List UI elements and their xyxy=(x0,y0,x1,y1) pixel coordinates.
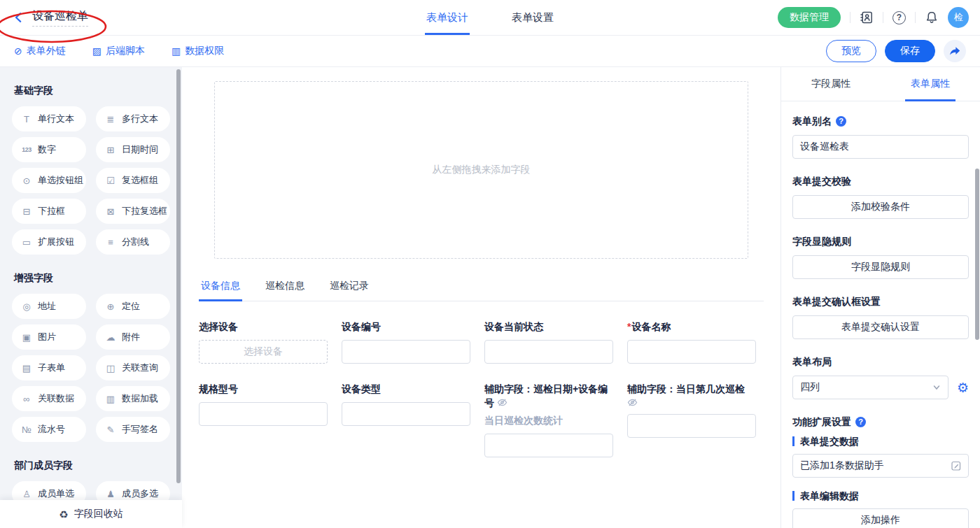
field-item-radio-group[interactable]: ⊙单选按钮组 xyxy=(12,168,86,193)
field-item-image[interactable]: ▣图片 xyxy=(12,324,86,350)
checkbox-group-icon: ☑ xyxy=(105,176,116,185)
device-type-input[interactable] xyxy=(342,402,470,426)
avatar[interactable]: 检 xyxy=(948,7,969,28)
tab-form-design[interactable]: 表单设计 xyxy=(425,0,470,35)
form-external-link-label: 表单外链 xyxy=(27,45,66,57)
group-visibility-rules: 字段显隐规则 字段显隐规则 xyxy=(792,234,969,279)
field-item-location[interactable]: ⊕定位 xyxy=(96,294,170,319)
device-no-input[interactable] xyxy=(342,340,470,364)
share-button[interactable] xyxy=(944,40,966,62)
field-item-multi-dropdown[interactable]: ⊠下拉复选框 xyxy=(96,199,170,224)
field-palette-sidebar: 基础字段 T单行文本 ≣多行文本 123数字 ⊞日期时间 ⊙单选按钮组 ☑复选框… xyxy=(0,67,182,528)
field-item-label: 关联数据 xyxy=(38,392,74,405)
field-item-divider-line[interactable]: ≡分割线 xyxy=(96,229,170,255)
field-item-attachment[interactable]: ☁附件 xyxy=(96,324,170,350)
select-device-input[interactable]: 选择设备 xyxy=(199,340,328,364)
data-permission-icon: ▥ xyxy=(172,46,181,56)
page-title[interactable]: 设备巡检单 xyxy=(32,9,88,27)
field-item-data-load[interactable]: ▥数据加载 xyxy=(96,386,170,411)
single-line-text-icon: T xyxy=(21,115,32,124)
sub-toolbar: ⊘ 表单外链 ▨ 后端脚本 ▥ 数据权限 预览 保存 xyxy=(0,35,980,67)
field-label: 设备当前状态 xyxy=(484,320,613,334)
device-status-input[interactable] xyxy=(484,340,613,364)
visibility-rules-button[interactable]: 字段显隐规则 xyxy=(792,255,969,279)
header-right: 数据管理 ? 检 xyxy=(778,7,980,28)
field-item-label: 数字 xyxy=(38,143,56,156)
backend-script-link[interactable]: ▨ 后端脚本 xyxy=(92,45,145,57)
field-item-extend-button[interactable]: ▭扩展按钮 xyxy=(12,229,86,255)
tab-form-settings[interactable]: 表单设置 xyxy=(510,0,555,35)
edit-icon[interactable] xyxy=(951,460,962,471)
field-recycle-bin[interactable]: ♻ 字段回收站 xyxy=(0,500,182,528)
back-button[interactable] xyxy=(13,11,25,24)
number-icon: 123 xyxy=(21,147,32,153)
eye-off-icon[interactable] xyxy=(497,397,507,408)
submit-data-heading: 表单提交数据 xyxy=(792,434,969,448)
data-permission-link[interactable]: ▥ 数据权限 xyxy=(172,45,224,57)
field-item-label: 下拉复选框 xyxy=(122,205,167,217)
form-external-link[interactable]: ⊘ 表单外链 xyxy=(14,45,66,57)
field-item-subform[interactable]: ▤子表单 xyxy=(12,355,86,380)
enhanced-fields-grid: ◎地址 ⊕定位 ▣图片 ☁附件 ▤子表单 ◫关联查询 ∞关联数据 ▥数据加载 №… xyxy=(12,294,170,442)
field-device-type: 设备类型 xyxy=(342,382,470,426)
field-item-label: 成员单选 xyxy=(38,487,74,500)
device-name-input[interactable] xyxy=(627,340,756,364)
eye-off-icon[interactable] xyxy=(627,397,756,408)
field-item-signature[interactable]: ✎手写签名 xyxy=(96,417,170,442)
field-item-linked-data[interactable]: ∞关联数据 xyxy=(12,386,86,411)
form-alias-input[interactable]: 设备巡检表 xyxy=(792,135,969,159)
tab-field-properties[interactable]: 字段属性 xyxy=(781,67,881,101)
field-spec-model: 规格型号 xyxy=(199,382,328,426)
field-item-label: 图片 xyxy=(38,331,56,343)
backend-script-icon: ▨ xyxy=(92,46,102,56)
panel-scrollbar[interactable] xyxy=(975,169,979,340)
gear-icon[interactable]: ⚙ xyxy=(957,381,969,394)
group-extension: 功能扩展设置 ? 表单提交数据 已添加1条数据助手 表单编辑数据 添加操作 xyxy=(792,415,969,528)
visibility-rules-heading: 字段显隐规则 xyxy=(792,234,969,248)
layout-select[interactable]: 四列 xyxy=(792,376,948,399)
field-item-datetime[interactable]: ⊞日期时间 xyxy=(96,137,170,162)
add-check-condition-button[interactable]: 添加校验条件 xyxy=(792,195,969,219)
edit-data-heading: 表单编辑数据 xyxy=(792,489,969,503)
field-item-label: 复选框组 xyxy=(122,174,158,187)
field-item-label: 成员多选 xyxy=(122,487,158,500)
tab-inspection-info[interactable]: 巡检信息 xyxy=(263,280,307,301)
tab-form-properties[interactable]: 表单属性 xyxy=(881,67,980,101)
question-badge-icon[interactable]: ? xyxy=(836,116,846,127)
tab-inspection-record[interactable]: 巡检记录 xyxy=(328,280,371,301)
sidebar-scrollbar[interactable] xyxy=(176,69,181,483)
field-item-serial-number[interactable]: №流水号 xyxy=(12,417,86,442)
contacts-icon[interactable] xyxy=(860,10,874,24)
submit-check-heading: 表单提交校验 xyxy=(792,174,969,188)
back-chevron-icon xyxy=(13,11,25,24)
field-item-number[interactable]: 123数字 xyxy=(12,137,86,162)
field-item-multi-line-text[interactable]: ≣多行文本 xyxy=(96,106,170,131)
spec-model-input[interactable] xyxy=(199,402,328,426)
field-item-address[interactable]: ◎地址 xyxy=(12,294,86,319)
aux-2-input[interactable] xyxy=(627,414,756,438)
data-manage-button[interactable]: 数据管理 xyxy=(778,7,841,28)
canvas-dropzone[interactable]: 从左侧拖拽来添加字段 xyxy=(214,81,748,259)
aux-sub-field-input[interactable] xyxy=(484,434,613,457)
location-icon: ⊕ xyxy=(105,302,116,311)
field-item-linked-query[interactable]: ◫关联查询 xyxy=(96,355,170,380)
field-item-label: 关联查询 xyxy=(122,362,158,374)
data-assistant-box[interactable]: 已添加1条数据助手 xyxy=(792,454,969,478)
field-item-label: 流水号 xyxy=(38,423,65,436)
field-item-checkbox-group[interactable]: ☑复选框组 xyxy=(96,168,170,193)
preview-button[interactable]: 预览 xyxy=(826,40,876,62)
help-icon[interactable]: ? xyxy=(892,11,906,24)
field-label: 辅助字段：巡检日期+设备编号 xyxy=(484,382,613,410)
toolbar-actions: 预览 保存 xyxy=(826,40,966,62)
tab-device-info[interactable]: 设备信息 xyxy=(199,280,242,301)
field-item-single-line-text[interactable]: T单行文本 xyxy=(12,106,86,131)
add-operation-button[interactable]: 添加操作 xyxy=(792,508,969,528)
question-badge-icon[interactable]: ? xyxy=(855,417,866,427)
bell-icon[interactable] xyxy=(925,10,939,24)
field-item-dropdown[interactable]: ⊟下拉框 xyxy=(12,199,86,224)
toolbar-links: ⊘ 表单外链 ▨ 后端脚本 ▥ 数据权限 xyxy=(14,45,224,57)
properties-panel: 字段属性 表单属性 表单别名 ? 设备巡检表 表单提交校验 添加校验条件 字段显… xyxy=(780,67,980,528)
save-button[interactable]: 保存 xyxy=(885,40,935,62)
attachment-icon: ☁ xyxy=(105,333,116,342)
confirm-box-button[interactable]: 表单提交确认设置 xyxy=(792,315,969,339)
